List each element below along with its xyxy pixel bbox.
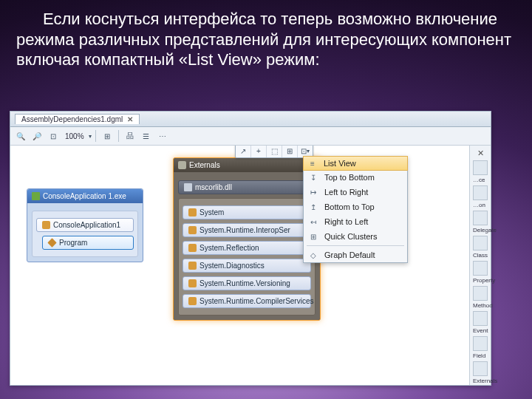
legend-panel: ✕ …ce …on Delegate Class Property Method…	[469, 146, 491, 385]
slide-paragraph: Если коснуться интерфейса то теперь возм…	[0, 0, 532, 70]
layout-context-menu: ≡List View ↧Top to Bottom ↦Left to Right…	[303, 156, 408, 263]
legend-swatch[interactable]	[473, 160, 488, 175]
menu-item-quick-clusters[interactable]: ⊞Quick Clusters	[304, 229, 407, 244]
legend-label: Delegate	[473, 228, 491, 233]
class-icon	[47, 238, 56, 247]
externals-icon	[178, 161, 186, 169]
diagram-canvas[interactable]: ConsoleApplication 1.exe ConsoleApplicat…	[10, 146, 470, 385]
float-btn[interactable]: ⊞	[282, 146, 298, 157]
menu-item-left-right[interactable]: ↦Left to Right	[304, 185, 407, 200]
toolbar-separator	[118, 130, 119, 142]
namespace-node[interactable]: System.Diagnostics	[183, 259, 311, 273]
group-title: Externals	[189, 161, 220, 169]
legend-label: Externals	[473, 378, 491, 384]
legend-label: Field	[473, 353, 491, 359]
arrow-right-icon: ↦	[308, 187, 318, 197]
legend-label: Class	[473, 253, 491, 259]
menu-item-bottom-top[interactable]: ↥Bottom to Top	[304, 200, 407, 214]
legend-swatch[interactable]	[473, 185, 488, 200]
menu-separator	[307, 245, 404, 246]
node-label: System.Runtime.InteropSer	[200, 226, 290, 234]
menu-label: Bottom to Top	[324, 202, 375, 211]
document-tabstrip: AssemblyDependencies1.dgml ✕	[10, 112, 491, 127]
menu-item-graph-default[interactable]: ◇Graph Default	[304, 248, 407, 262]
namespace-node[interactable]: ConsoleApplication1	[36, 218, 134, 232]
menu-label: Right to Left	[324, 217, 368, 226]
arrow-up-icon: ↥	[308, 202, 318, 212]
legend-swatch[interactable]	[473, 211, 488, 225]
float-btn[interactable]: ⬚	[267, 146, 282, 157]
legend-swatch[interactable]	[473, 236, 488, 250]
namespace-icon	[188, 226, 197, 234]
namespace-icon	[188, 297, 197, 305]
namespace-node[interactable]: System.Runtime.InteropSer	[183, 223, 311, 237]
layout2-icon[interactable]: 品	[123, 129, 137, 143]
node-label: mscorlib.dll	[195, 183, 232, 191]
namespace-icon	[188, 262, 197, 270]
legend-swatch[interactable]	[473, 336, 488, 351]
assembly-node[interactable]: mscorlib.dll	[178, 180, 316, 194]
namespace-icon	[42, 221, 50, 229]
node-label: Program	[59, 239, 87, 247]
legend-swatch[interactable]	[473, 261, 488, 276]
class-node[interactable]: Program	[42, 236, 134, 250]
namespace-icon	[188, 244, 197, 252]
layout3-icon[interactable]: ☰	[139, 129, 154, 143]
group-externals[interactable]: Externals mscorlib.dll System System.Run…	[173, 157, 321, 321]
namespace-icon	[188, 208, 197, 216]
legend-swatch[interactable]	[473, 361, 488, 376]
legend-swatch[interactable]	[473, 311, 488, 326]
close-icon[interactable]: ✕	[127, 115, 133, 123]
menu-item-list-view[interactable]: ≡List View	[303, 156, 408, 171]
floating-toolbar: ↗ + ⬚ ⊞ ⊡▾	[235, 146, 313, 158]
clusters-icon: ⊞	[308, 231, 318, 242]
namespace-node[interactable]: System.Reflection	[183, 241, 311, 255]
fit-icon[interactable]: ⊡	[46, 129, 61, 143]
menu-label: Top to Bottom	[324, 173, 375, 182]
toolbar-separator	[95, 130, 96, 142]
namespace-node[interactable]: System.Runtime.CompilerServices	[183, 294, 311, 308]
menu-label: List View	[324, 159, 356, 168]
menu-label: Graph Default	[324, 250, 375, 259]
tab-title: AssemblyDependencies1.dgml	[21, 115, 123, 123]
group-title: ConsoleApplication 1.exe	[43, 192, 126, 200]
assembly-icon	[184, 183, 192, 191]
namespace-node[interactable]: System.Runtime.Versioning	[183, 276, 311, 290]
legend-swatch[interactable]	[473, 286, 488, 301]
app-window: AssemblyDependencies1.dgml ✕ 🔍 🔎 ⊡ 100% …	[10, 111, 491, 386]
namespace-node[interactable]: System	[183, 205, 311, 219]
node-label: System.Reflection	[200, 244, 259, 252]
group-header[interactable]: ConsoleApplication 1.exe	[27, 189, 143, 203]
zoom-in-icon[interactable]: 🔍	[13, 129, 28, 143]
namespace-list: System System.Runtime.InteropSer System.…	[178, 198, 316, 316]
group-console-app[interactable]: ConsoleApplication 1.exe ConsoleApplicat…	[27, 188, 143, 262]
zoom-dropdown-icon[interactable]: ▾	[89, 133, 92, 140]
node-label: System.Diagnostics	[200, 262, 265, 270]
menu-item-right-left[interactable]: ↤Right to Left	[304, 214, 407, 229]
component-icon	[32, 192, 40, 200]
float-btn[interactable]: +	[251, 146, 267, 157]
float-btn[interactable]: ↗	[236, 146, 251, 157]
graph-icon: ◇	[308, 250, 318, 260]
menu-label: Left to Right	[324, 188, 368, 197]
close-icon[interactable]: ✕	[470, 149, 491, 158]
group-header[interactable]: Externals	[174, 158, 320, 172]
legend-label: …on	[473, 202, 491, 208]
node-label: System.Runtime.CompilerServices	[200, 297, 314, 305]
namespace-container[interactable]: ConsoleApplication1 Program	[32, 211, 138, 257]
namespace-icon	[188, 279, 197, 287]
main-toolbar: 🔍 🔎 ⊡ 100% ▾ ⊞ 品 ☰ ⋯	[10, 127, 491, 146]
layout1-icon[interactable]: ⊞	[100, 129, 115, 143]
arrow-down-icon: ↧	[308, 172, 318, 183]
zoom-level[interactable]: 100%	[62, 132, 87, 140]
menu-item-top-bottom[interactable]: ↧Top to Bottom	[304, 170, 407, 185]
legend-label: …ce	[473, 177, 491, 183]
node-label: ConsoleApplication1	[53, 221, 120, 229]
list-icon: ≡	[307, 158, 318, 168]
layout4-icon[interactable]: ⋯	[155, 129, 170, 143]
document-tab[interactable]: AssemblyDependencies1.dgml ✕	[15, 114, 140, 124]
node-label: System	[200, 208, 224, 216]
zoom-out-icon[interactable]: 🔎	[30, 129, 44, 143]
legend-label: Method	[473, 303, 491, 309]
node-label: System.Runtime.Versioning	[200, 279, 290, 287]
